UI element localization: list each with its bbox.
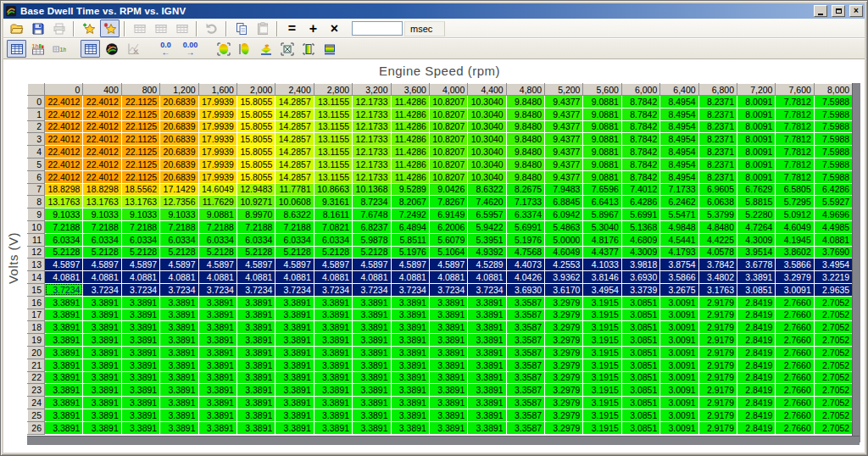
grid-cell[interactable]: 3.3891 (45, 371, 83, 384)
grid-cell[interactable]: 3.0851 (621, 409, 659, 421)
grid-cell[interactable]: 7.2492 (391, 209, 429, 221)
col-header[interactable]: 2,400 (275, 84, 314, 96)
grid-cell[interactable]: 3.3891 (275, 421, 314, 434)
grid-cell[interactable]: 3.3891 (121, 409, 159, 421)
grid-cell[interactable]: 10.1368 (353, 183, 391, 196)
grid-cell[interactable]: 6.0334 (198, 233, 236, 246)
grid-cell[interactable]: 2.7052 (814, 296, 852, 309)
grid-cell[interactable]: 22.4012 (45, 120, 83, 133)
grid-cell[interactable]: 9.4377 (545, 146, 583, 158)
grid-cell[interactable]: 3.3587 (506, 421, 544, 434)
grid-cell[interactable]: 7.5988 (814, 96, 852, 108)
grid-cell[interactable]: 7.0821 (314, 220, 352, 233)
grid-cell[interactable]: 14.2857 (275, 146, 314, 158)
grid-cell[interactable]: 22.4012 (83, 133, 121, 146)
grid-cell[interactable]: 10.8207 (429, 170, 467, 183)
grid-cell[interactable]: 3.4954 (583, 283, 621, 296)
grid-cell[interactable]: 8.7842 (621, 170, 659, 183)
grid-cell[interactable]: 7.5988 (814, 158, 852, 170)
grid-cell[interactable]: 7.5988 (814, 170, 852, 183)
grid-cell[interactable]: 3.3891 (121, 334, 159, 347)
grid-cell[interactable]: 3.3891 (198, 409, 236, 421)
grid-cell[interactable]: 2.7052 (814, 321, 852, 334)
grid-cell[interactable]: 3.3891 (314, 296, 352, 309)
grid-cell[interactable]: 2.9179 (698, 409, 737, 421)
grid-cell[interactable]: 11.4286 (391, 170, 429, 183)
grid-cell[interactable]: 3.3891 (236, 409, 275, 421)
grid-cell[interactable]: 8.9970 (236, 209, 275, 221)
col-header[interactable]: 1,600 (198, 84, 236, 96)
grid-cell[interactable]: 4.7264 (737, 220, 776, 233)
grid-cell[interactable]: 2.8419 (737, 421, 776, 434)
grid-cell[interactable]: 3.3891 (275, 346, 314, 359)
grid-cell[interactable]: 22.4012 (45, 96, 83, 108)
grid-cell[interactable]: 3.3891 (236, 371, 275, 384)
grid-cell[interactable]: 2.8419 (737, 309, 776, 321)
grid-cell[interactable]: 5.9422 (468, 220, 506, 233)
row-header[interactable]: 10 (28, 220, 45, 233)
grid-cell[interactable]: 3.3891 (391, 371, 429, 384)
grid-cell[interactable]: 10.3040 (468, 146, 506, 158)
grid-cell[interactable]: 3.3891 (83, 334, 121, 347)
grid-cell[interactable]: 6.5957 (468, 209, 506, 221)
copy-button[interactable] (231, 19, 251, 37)
grid-cell[interactable]: 17.9939 (198, 120, 236, 133)
grid-cell[interactable]: 5.2128 (45, 246, 83, 259)
grid-cell[interactable]: 3.3891 (314, 321, 352, 334)
grid-cell[interactable]: 3.3891 (160, 421, 198, 434)
grid-cell[interactable]: 3.3891 (83, 309, 121, 321)
grid-cell[interactable]: 7.2188 (45, 220, 83, 233)
grid-cell[interactable]: 3.3891 (83, 397, 121, 409)
grid-cell[interactable]: 12.1733 (353, 158, 391, 170)
grid-cell[interactable]: 8.0091 (737, 170, 776, 183)
grid-cell[interactable]: 4.2553 (545, 259, 583, 271)
surface-layer-view-button[interactable] (320, 40, 339, 58)
grid-cell[interactable]: 3.3891 (468, 321, 506, 334)
grid-cell[interactable]: 3.0851 (621, 334, 659, 347)
grid-cell[interactable]: 6.9149 (429, 209, 467, 221)
col-header[interactable]: 6,000 (621, 84, 659, 96)
grid-cell[interactable]: 3.3891 (160, 334, 198, 347)
grid-cell[interactable]: 4.0881 (468, 271, 506, 284)
grid-cell[interactable]: 7.5988 (814, 120, 852, 133)
row-header[interactable]: 3 (28, 133, 45, 146)
grid-cell[interactable]: 5.8815 (737, 196, 776, 209)
grid-cell[interactable]: 4.0578 (698, 246, 737, 259)
grid-cell[interactable]: 3.3891 (45, 321, 83, 334)
row-header[interactable]: 26 (28, 421, 45, 434)
grid-cell[interactable]: 8.2067 (391, 196, 429, 209)
row-header[interactable]: 21 (28, 359, 45, 371)
grid-cell[interactable]: 2.7660 (776, 321, 814, 334)
grid-cell[interactable]: 5.2128 (236, 246, 275, 259)
grid-cell[interactable]: 3.3891 (45, 409, 83, 421)
grid-cell[interactable]: 3.7234 (391, 283, 429, 296)
grid-cell[interactable]: 2.7660 (776, 296, 814, 309)
add-favorite-button[interactable] (79, 19, 98, 37)
grid-cell[interactable]: 2.7052 (814, 409, 852, 421)
grid-cell[interactable]: 8.4954 (660, 170, 698, 183)
grid-cell[interactable]: 2.9179 (698, 359, 737, 371)
grid-cell[interactable]: 3.3891 (121, 421, 159, 434)
grid-cell[interactable]: 3.3891 (391, 421, 429, 434)
grid-cell[interactable]: 8.0091 (737, 108, 776, 120)
row-header[interactable]: 18 (28, 321, 45, 334)
grid-cell[interactable]: 2.7052 (814, 309, 852, 321)
grid-cell[interactable]: 22.4012 (83, 120, 121, 133)
grid-cell[interactable]: 3.3587 (506, 371, 544, 384)
grid-cell[interactable]: 12.1733 (353, 96, 391, 108)
grid-cell[interactable]: 10.3040 (468, 96, 506, 108)
grid-cell[interactable]: 8.4954 (660, 96, 698, 108)
grid-cell[interactable]: 17.9939 (198, 158, 236, 170)
grid-cell[interactable]: 8.2371 (698, 146, 737, 158)
row-header[interactable]: 14 (28, 271, 45, 284)
grid-cell[interactable]: 3.3891 (45, 334, 83, 347)
grid-cell[interactable]: 3.2979 (545, 296, 583, 309)
grid-cell[interactable]: 4.0881 (353, 271, 391, 284)
grid-cell[interactable]: 3.0091 (660, 296, 698, 309)
grid-cell[interactable]: 8.0091 (737, 133, 776, 146)
grid-cell[interactable]: 9.8480 (506, 158, 544, 170)
grid-cell[interactable]: 2.7660 (776, 309, 814, 321)
grid-cell[interactable]: 2.8419 (737, 359, 776, 371)
grid-cell[interactable]: 4.0426 (506, 271, 544, 284)
row-header[interactable]: 1 (28, 108, 45, 120)
